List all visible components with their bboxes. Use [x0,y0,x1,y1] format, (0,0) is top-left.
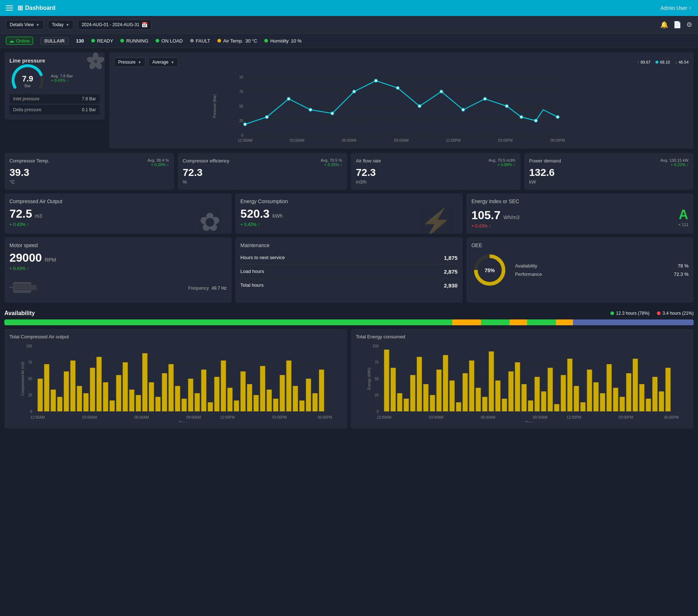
availability-bar [4,319,694,325]
svg-rect-157 [607,364,612,411]
svg-rect-155 [594,382,599,411]
middle-row: Compressed Air Output 72.5 m3 + 0.43% ↑ … [0,193,698,237]
bottom-row: Motor speed 29000 RPM + 0.43% ↑ Frequenc… [0,237,698,306]
model-badge: 130 [76,38,84,44]
pressure-gauge-wrap: 7.9 Bar Avg. 7.8 Bar + 0.43% ↑ [9,64,100,93]
average-dropdown[interactable]: Average ▼ [148,57,178,67]
svg-rect-61 [44,364,49,411]
svg-rect-97 [280,375,285,411]
gauge-container: 7.9 Bar [9,64,46,93]
svg-rect-95 [267,390,272,411]
view-chevron-icon: ▼ [36,23,40,27]
pressure-dropdown[interactable]: Pressure ▼ [114,57,145,67]
avail-orange2-segment [510,319,527,325]
svg-rect-148 [548,368,553,411]
svg-rect-70 [103,382,108,411]
energy-chart-card: Total Energy consumed 100 75 50 25 0 Ene… [351,329,694,428]
pressure-title: Line pressure [9,57,100,64]
hamburger-menu[interactable] [6,5,13,11]
nav-left: ⊞ Dashboard [6,4,56,12]
maintenance-rows: Hours to next service 1,875 Load hours 2… [240,251,457,292]
svg-rect-43 [14,284,31,286]
svg-text:12:00PM: 12:00PM [446,138,461,142]
svg-rect-154 [587,370,592,411]
svg-text:75: 75 [28,361,32,365]
fan-bg-icon: ✿ [199,207,221,220]
date-range-picker[interactable]: 2024-AUG-01 - 2024-AUG-31 📅 [78,20,152,30]
chart-dropdowns: Pressure ▼ Average ▼ [114,57,178,67]
document-icon[interactable]: 📄 [673,21,681,29]
chart-header: Pressure ▼ Average ▼ ↑ 89.67 68 [114,57,689,67]
motor-card: Motor speed 29000 RPM + 0.43% ↑ Frequenc… [4,237,232,303]
svg-point-29 [505,105,508,108]
pressure-chevron-icon: ▼ [138,60,141,64]
svg-rect-163 [646,399,651,411]
svg-text:09:00AM: 09:00AM [394,138,409,142]
admin-chevron-icon: ▼ [689,6,692,10]
svg-text:03:00PM: 03:00PM [498,138,513,142]
pressure-avg-info: Avg. 7.8 Bar + 0.43% ↑ [51,74,73,82]
svg-rect-145 [528,400,533,411]
svg-rect-92 [247,384,252,411]
svg-rect-129 [424,384,429,411]
svg-text:03:00AM: 03:00AM [290,138,304,142]
svg-rect-64 [64,371,69,411]
legend-item-2: 68.10 [655,60,670,64]
svg-rect-69 [97,357,102,411]
svg-rect-90 [234,400,239,411]
details-view-dropdown[interactable]: Details View ▼ [6,20,44,29]
period-chevron-icon: ▼ [66,23,69,27]
svg-rect-140 [496,381,501,411]
svg-rect-81 [175,386,180,411]
admin-user-button[interactable]: Admin User ▼ [661,5,692,11]
svg-text:09:00AM: 09:00AM [533,415,547,419]
svg-rect-96 [273,399,278,411]
compressor-temp-card: Compressor Temp. Avg. 38.4 % + 0.20% ↑ 3… [4,153,174,190]
toolbar-icons: 🔔 📄 ⚙ [660,21,692,29]
svg-rect-142 [509,371,514,411]
svg-point-28 [484,97,486,100]
svg-text:75: 75 [239,90,244,94]
svg-rect-162 [639,384,645,411]
svg-rect-44 [14,286,31,288]
period-dropdown[interactable]: Today ▼ [48,20,73,29]
maint-row-3: Total hours 2,930 [240,279,457,292]
svg-rect-45 [14,289,31,290]
svg-rect-160 [626,373,631,411]
svg-text:Time: Time [178,420,187,422]
svg-rect-68 [90,368,95,411]
svg-point-30 [520,116,523,118]
svg-rect-166 [666,368,671,411]
on-load-dot [156,39,159,43]
pressure-card: Line pressure 7.9 Bar [4,52,105,120]
svg-rect-77 [149,382,154,411]
svg-rect-164 [653,377,658,411]
svg-point-19 [287,97,290,100]
svg-rect-137 [476,388,481,411]
chart-legend: ↑ 89.67 68.10 ↓ 46.54 [637,60,689,64]
svg-text:03:00PM: 03:00PM [618,415,633,419]
svg-rect-135 [463,373,468,411]
svg-rect-128 [417,357,422,411]
nav-right: Admin User ▼ [661,5,692,11]
svg-text:12:00AM: 12:00AM [30,415,45,419]
svg-text:03:00AM: 03:00AM [82,415,97,419]
availability-legend: 12.3 hours (78%) 3.4 hours (21%) [610,311,694,316]
pressure-chart-card: Pressure ▼ Average ▼ ↑ 89.67 68 [109,52,694,149]
svg-text:06:00AM: 06:00AM [134,415,149,419]
svg-text:03:00PM: 03:00PM [272,415,286,419]
svg-text:0: 0 [30,410,32,414]
settings-icon[interactable]: ⚙ [686,21,692,29]
avail-green-dot [610,311,614,315]
humidity-status: Humidity 10 % [264,38,301,44]
svg-text:Time: Time [525,420,534,422]
svg-rect-143 [515,362,520,411]
air-temp-status: Air Temp. 30 °C [217,38,257,44]
svg-text:12:00PM: 12:00PM [566,415,581,419]
svg-rect-150 [561,375,566,411]
air-output-card: Compressed Air Output 72.5 m3 + 0.43% ↑ … [4,193,232,234]
notification-icon[interactable]: 🔔 [660,21,668,29]
oee-availability-row: Availability 78 % [515,262,689,270]
svg-rect-67 [84,393,89,411]
avail-orange1-segment [452,319,481,325]
